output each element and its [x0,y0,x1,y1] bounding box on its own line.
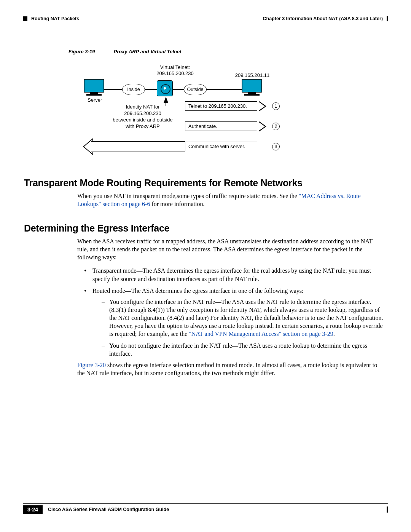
page-header: Routing NAT Packets Chapter 3 Informatio… [23,16,388,21]
dash-list: You configure the interface in the NAT r… [102,298,384,358]
virtual-telnet-label: Virtual Telnet: 209.165.200.230 [148,64,202,77]
step-box-2: Authenticate. [185,121,257,131]
inside-cloud-icon: Inside [122,84,145,95]
footer-row: 3-24 Cisco ASA Series Firewall ASDM Conf… [23,505,388,514]
arrow-right-fill [258,122,265,131]
vt-line2: 209.165.200.230 [156,70,194,76]
paragraph-intro: When the ASA receives traffic for a mapp… [77,238,384,261]
firewall-icon [157,80,173,96]
list-item: You configure the interface in the NAT r… [102,298,384,338]
list-item: You do not configure the interface in th… [102,342,384,358]
header-right: Chapter 3 Information About NAT (ASA 8.3… [263,16,388,21]
text: When you use NAT in transparent mode,som… [77,193,299,199]
link-figure-3-20[interactable]: Figure 3-20 [77,362,106,368]
header-chapter: Chapter 3 Information About NAT (ASA 8.3… [263,16,383,21]
vt-line1: Virtual Telnet: [160,64,190,70]
header-marker-icon [23,16,27,21]
footer-guide-title: Cisco ASA Series Firewall ASDM Configura… [48,507,169,512]
bullet-list: Transparent mode—The ASA determines the … [84,267,384,358]
step-box-1: Telnet to 209.165.200.230. [185,101,257,111]
outside-cloud-icon: Outside [184,84,207,95]
paragraph-final: Figure 3-20 shows the egress interface s… [77,361,384,377]
list-item: Routed mode—The ASA determines the egres… [84,287,384,358]
step-box-3: Communicate with server. [185,142,257,151]
client-icon [242,79,262,97]
arrow-right-fill [258,102,265,111]
heading-egress-interface: Determining the Egress Interface [24,223,388,234]
heading-transparent-mode: Transparent Mode Routing Requirements fo… [24,177,388,189]
text: for more information. [150,201,204,207]
server-label: Server [88,97,102,103]
section-transparent-mode: Transparent Mode Routing Requirements fo… [24,177,388,208]
link-line [104,89,123,90]
step-number-3: 3 [272,143,280,150]
footer-bar-icon [387,506,388,513]
header-left: Routing NAT Packets [23,16,79,21]
identity-l3: between inside and outside [113,117,173,123]
header-bar-icon [387,16,388,21]
arrow-up-icon [164,97,168,103]
footer-rule [23,503,388,504]
header-section: Routing NAT Packets [31,16,79,21]
arrow-left-body [91,141,185,152]
step-number-1: 1 [272,102,280,110]
list-item: Transparent mode—The ASA determines the … [84,267,384,283]
identity-nat-label: Identity NAT for 209.165.200.230 between… [103,104,183,130]
identity-l2: 209.165.200.230 [124,110,161,116]
paragraph: When you use NAT in transparent mode,som… [77,192,384,208]
link-line [207,89,242,90]
text: shows the egress interface selection met… [77,362,377,376]
outside-ip-label: 209.165.201.11 [228,72,277,78]
link-line [173,89,184,90]
page-footer: 3-24 Cisco ASA Series Firewall ASDM Conf… [23,503,388,514]
identity-l1: Identity NAT for [126,104,159,110]
link-line [145,89,157,90]
identity-l4: with Proxy ARP [126,123,160,129]
link-nat-vpn-management[interactable]: "NAT and VPN Management Access" section … [189,331,333,337]
figure-label: Figure 3-19 [68,49,112,54]
text: Routed mode—The ASA determines the egres… [92,288,304,294]
server-icon [84,79,104,97]
text: . [333,331,335,337]
step-number-2: 2 [272,123,280,130]
diagram-proxy-arp: Virtual Telnet: 209.165.200.230 209.165.… [84,59,301,166]
figure-caption: Figure 3-19 Proxy ARP and Virtual Telnet [68,49,182,54]
figure-title: Proxy ARP and Virtual Telnet [114,49,182,54]
page-number-badge: 3-24 [23,505,43,514]
section-egress-interface: Determining the Egress Interface When th… [24,223,388,377]
